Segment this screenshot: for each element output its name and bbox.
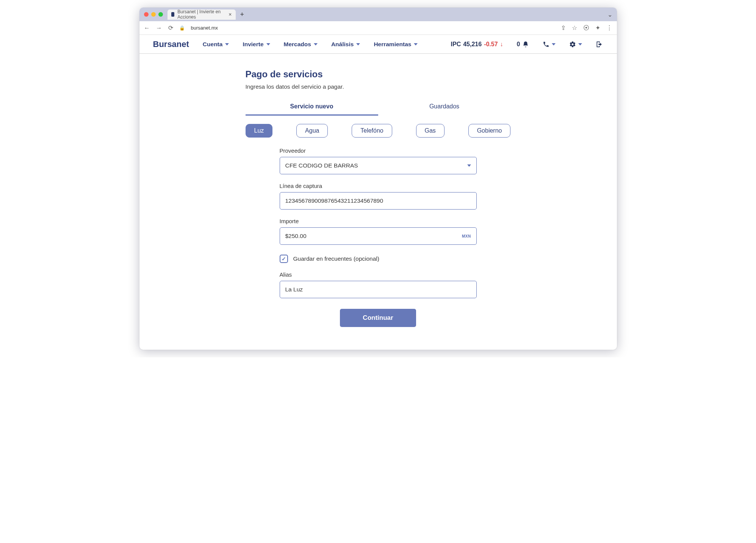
chip-telefono[interactable]: Telefóno <box>352 124 392 138</box>
linea-label: Línea de captura <box>280 183 477 189</box>
new-tab-button[interactable]: + <box>240 11 244 19</box>
importe-label: Importe <box>280 218 477 224</box>
chip-luz[interactable]: Luz <box>246 124 273 138</box>
chevron-down-icon <box>356 43 360 45</box>
chevron-down-icon <box>225 43 229 45</box>
ticker-symbol: IPC <box>451 41 461 48</box>
forward-button[interactable]: → <box>156 25 162 31</box>
address-bar-row: ← → ⟳ 🔒 bursanet.mx ⇪ ☆ ⦿ ✦ ⋮ <box>139 21 617 35</box>
nav-herramientas[interactable]: Herramientas <box>374 41 418 48</box>
currency-label: MXN <box>462 234 471 238</box>
back-button[interactable]: ← <box>144 25 150 31</box>
category-chips: Luz Agua Telefóno Gas Gobierno <box>246 124 511 138</box>
guardar-label: Guardar en frecuentes (opcional) <box>293 255 379 262</box>
tabs-overflow-icon[interactable]: ⌄ <box>607 11 612 18</box>
notif-count: 0 <box>517 41 520 48</box>
close-window-icon[interactable] <box>144 12 149 17</box>
ticker-value: 45,216 <box>463 41 482 48</box>
linea-input[interactable] <box>285 197 471 204</box>
extensions-icon[interactable]: ✦ <box>595 24 600 31</box>
form: Proveedor CFE CODIGO DE BARRAS Línea de … <box>246 147 511 327</box>
chevron-down-icon <box>314 43 318 45</box>
menu-icon[interactable]: ⋮ <box>606 24 612 31</box>
favicon-icon <box>171 12 175 17</box>
ticker-change: -0.57 <box>484 41 498 48</box>
lock-icon: 🔒 <box>179 25 185 31</box>
panel: Pago de servicios Ingresa los datos del … <box>246 69 511 327</box>
chip-gobierno[interactable]: Gobierno <box>468 124 511 138</box>
gear-icon <box>569 41 576 48</box>
reload-button[interactable]: ⟳ <box>168 24 173 31</box>
nav-analisis[interactable]: Análisis <box>331 41 360 48</box>
maximize-window-icon[interactable] <box>158 12 163 17</box>
chevron-down-icon <box>414 43 418 45</box>
chevron-down-icon <box>467 164 471 167</box>
tab-title: Bursanet | Invierte en Acciones <box>177 9 223 20</box>
nav-invierte[interactable]: Invierte <box>243 41 270 48</box>
proveedor-value: CFE CODIGO DE BARRAS <box>285 162 467 169</box>
minimize-window-icon[interactable] <box>151 12 156 17</box>
logout-button[interactable] <box>596 41 603 48</box>
share-icon[interactable]: ⇪ <box>561 24 566 31</box>
exit-icon <box>596 41 603 48</box>
phone-button[interactable] <box>543 41 556 48</box>
browser-tab[interactable]: Bursanet | Invierte en Acciones × <box>167 9 236 20</box>
tab-servicio-nuevo[interactable]: Servicio nuevo <box>246 99 378 116</box>
chip-agua[interactable]: Agua <box>296 124 328 138</box>
chip-gas[interactable]: Gas <box>416 124 445 138</box>
proveedor-select[interactable]: CFE CODIGO DE BARRAS <box>280 157 477 174</box>
titlebar: Bursanet | Invierte en Acciones × + ⌄ <box>139 8 617 21</box>
linea-field[interactable] <box>280 192 477 210</box>
guardar-row: ✓ Guardar en frecuentes (opcional) <box>280 255 477 263</box>
page-subtitle: Ingresa los datos del servicio a pagar. <box>246 83 511 90</box>
bell-icon <box>522 41 529 48</box>
nav-mercados[interactable]: Mercados <box>284 41 318 48</box>
page-title: Pago de servicios <box>246 69 511 80</box>
url-text[interactable]: bursanet.mx <box>191 25 218 31</box>
alias-input[interactable] <box>285 286 471 293</box>
alias-label: Alias <box>280 271 477 278</box>
bookmark-icon[interactable]: ☆ <box>572 24 577 31</box>
phone-icon <box>543 41 549 48</box>
guardar-checkbox[interactable]: ✓ <box>280 255 288 263</box>
browser-window: Bursanet | Invierte en Acciones × + ⌄ ← … <box>139 8 617 350</box>
proveedor-label: Proveedor <box>280 147 477 154</box>
camera-icon[interactable]: ⦿ <box>583 25 589 31</box>
close-tab-icon[interactable]: × <box>229 11 232 17</box>
continuar-button[interactable]: Continuar <box>340 309 416 327</box>
window-controls <box>144 12 163 17</box>
chevron-down-icon <box>266 43 270 45</box>
tab-guardados[interactable]: Guardados <box>378 99 511 116</box>
chevron-down-icon <box>578 43 582 45</box>
importe-field[interactable]: MXN <box>280 227 477 245</box>
tabs: Servicio nuevo Guardados <box>246 99 511 116</box>
alias-field[interactable] <box>280 281 477 298</box>
importe-input[interactable] <box>285 233 462 239</box>
chevron-down-icon <box>552 43 556 45</box>
content: Pago de servicios Ingresa los datos del … <box>139 54 617 350</box>
brand-logo[interactable]: Bursanet <box>153 39 189 49</box>
arrow-down-icon: ↓ <box>500 41 503 48</box>
top-nav: Bursanet Cuenta Invierte Mercados Anális… <box>139 35 617 54</box>
settings-button[interactable] <box>569 41 582 48</box>
ticker: IPC 45,216 -0.57 ↓ <box>451 41 503 48</box>
nav-cuenta[interactable]: Cuenta <box>203 41 229 48</box>
notifications-button[interactable]: 0 <box>517 41 529 48</box>
